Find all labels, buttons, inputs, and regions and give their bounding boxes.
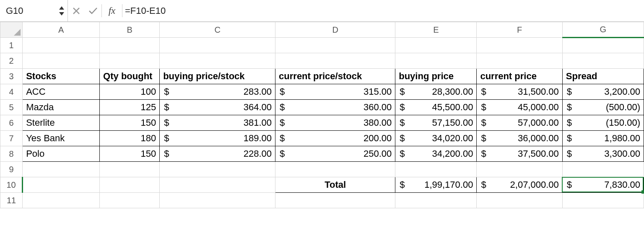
col-header-D[interactable]: D (275, 22, 395, 38)
header-cell-spread[interactable]: Spread (562, 69, 644, 84)
cell[interactable]: 125 (100, 100, 160, 115)
worksheet[interactable]: A B C D E F G 1 2 3 Stocks Qty bought bu… (0, 22, 644, 208)
cell[interactable] (562, 53, 644, 69)
cell[interactable]: $283.00 (160, 84, 275, 100)
row-header[interactable]: 11 (0, 193, 23, 208)
row-header[interactable]: 5 (0, 100, 23, 115)
cell[interactable]: $34,020.00 (395, 131, 477, 146)
row-header[interactable]: 8 (0, 146, 23, 162)
total-buying-price-cell[interactable]: $1,99,170.00 (395, 177, 477, 193)
name-box-stepper[interactable] (56, 0, 68, 21)
cell[interactable] (395, 53, 477, 69)
total-label-cell[interactable]: Total (275, 177, 395, 193)
cell[interactable]: $45,500.00 (395, 100, 477, 115)
cell[interactable] (562, 162, 644, 177)
cell[interactable]: $57,150.00 (395, 115, 477, 131)
total-spread-cell[interactable]: $7,830.00 (562, 177, 644, 193)
row-header[interactable]: 4 (0, 84, 23, 100)
cell[interactable]: $(500.00) (562, 100, 644, 115)
cell[interactable] (100, 162, 160, 177)
cell[interactable] (160, 177, 275, 193)
cell[interactable] (477, 162, 562, 177)
cell[interactable]: $(150.00) (562, 115, 644, 131)
cell[interactable]: $3,300.00 (562, 146, 644, 162)
cell[interactable]: $381.00 (160, 115, 275, 131)
name-box[interactable]: G10 (6, 5, 56, 16)
cell[interactable]: 180 (100, 131, 160, 146)
cell[interactable] (160, 162, 275, 177)
row-header[interactable]: 3 (0, 69, 23, 84)
row-header[interactable]: 2 (0, 53, 23, 69)
cell[interactable] (160, 53, 275, 69)
row-header[interactable]: 1 (0, 38, 23, 53)
col-header-B[interactable]: B (100, 22, 160, 38)
cell[interactable]: ACC (23, 84, 100, 100)
cell[interactable] (477, 193, 562, 208)
cell[interactable] (23, 177, 100, 193)
cell[interactable] (477, 38, 562, 53)
cell[interactable]: Yes Bank (23, 131, 100, 146)
cell[interactable]: Polo (23, 146, 100, 162)
col-header-G[interactable]: G (562, 22, 644, 38)
cell[interactable] (160, 193, 275, 208)
cell[interactable] (23, 53, 100, 69)
accept-formula-button[interactable] (85, 0, 101, 21)
cell[interactable]: $37,500.00 (477, 146, 562, 162)
cell[interactable]: Sterlite (23, 115, 100, 131)
header-cell-buy-price[interactable]: buying price (395, 69, 477, 84)
cell[interactable] (275, 53, 395, 69)
cell[interactable]: $3,200.00 (562, 84, 644, 100)
cell[interactable] (100, 53, 160, 69)
cell[interactable]: $200.00 (275, 131, 395, 146)
cell[interactable] (23, 193, 100, 208)
cell[interactable] (562, 193, 644, 208)
cell[interactable]: $315.00 (275, 84, 395, 100)
cell[interactable] (100, 177, 160, 193)
header-cell-cur-price-stock[interactable]: current price/stock (275, 69, 395, 84)
cell[interactable]: $31,500.00 (477, 84, 562, 100)
row-header[interactable]: 9 (0, 162, 23, 177)
cancel-formula-button[interactable] (68, 0, 85, 21)
header-cell-cur-price[interactable]: current price (477, 69, 562, 84)
cell[interactable]: 100 (100, 84, 160, 100)
cell[interactable]: $250.00 (275, 146, 395, 162)
cell[interactable] (275, 162, 395, 177)
cell[interactable] (477, 53, 562, 69)
cell[interactable] (395, 162, 477, 177)
row-header[interactable]: 6 (0, 115, 23, 131)
cell[interactable] (275, 38, 395, 53)
cell[interactable]: 150 (100, 146, 160, 162)
cell[interactable] (395, 38, 477, 53)
cell[interactable]: $34,200.00 (395, 146, 477, 162)
cell[interactable]: Mazda (23, 100, 100, 115)
cell[interactable] (100, 193, 160, 208)
total-current-price-cell[interactable]: $2,07,000.00 (477, 177, 562, 193)
col-header-E[interactable]: E (395, 22, 477, 38)
cell[interactable]: $360.00 (275, 100, 395, 115)
formula-input[interactable]: =F10-E10 (122, 0, 644, 21)
col-header-A[interactable]: A (23, 22, 100, 38)
cell[interactable] (275, 193, 395, 208)
cell[interactable]: $36,000.00 (477, 131, 562, 146)
row-header[interactable]: 10 (0, 177, 23, 193)
select-all-corner[interactable] (0, 22, 23, 38)
cell[interactable]: $189.00 (160, 131, 275, 146)
header-cell-stocks[interactable]: Stocks (23, 69, 100, 84)
cell[interactable]: 150 (100, 115, 160, 131)
row-header[interactable]: 7 (0, 131, 23, 146)
cell[interactable]: $1,980.00 (562, 131, 644, 146)
col-header-C[interactable]: C (160, 22, 275, 38)
cell[interactable] (562, 38, 644, 53)
fx-label[interactable]: fx (102, 5, 122, 16)
cell[interactable] (23, 38, 100, 53)
cell[interactable] (160, 38, 275, 53)
col-header-F[interactable]: F (477, 22, 562, 38)
cell[interactable]: $28,300.00 (395, 84, 477, 100)
cell[interactable] (23, 162, 100, 177)
cell[interactable]: $380.00 (275, 115, 395, 131)
cell[interactable]: $364.00 (160, 100, 275, 115)
header-cell-qty[interactable]: Qty bought (100, 69, 160, 84)
cell[interactable] (100, 38, 160, 53)
cell[interactable] (395, 193, 477, 208)
cell[interactable]: $228.00 (160, 146, 275, 162)
